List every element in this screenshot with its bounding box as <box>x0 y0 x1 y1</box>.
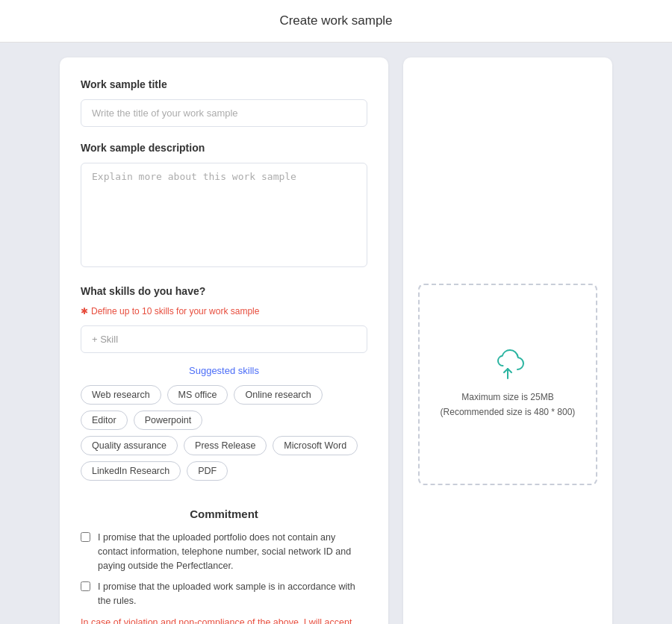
skill-online-research[interactable]: Online research <box>234 385 322 405</box>
skill-web-research[interactable]: Web research <box>81 385 161 405</box>
skill-ms-office[interactable]: MS office <box>167 385 228 405</box>
skill-linkedin-research[interactable]: LinkedIn Research <box>81 461 181 481</box>
skill-powerpoint[interactable]: Powerpoint <box>134 411 203 430</box>
suggested-skills-label: Suggested skills <box>81 365 367 376</box>
upload-max-size: Maximum size is 25MB (Recommended size i… <box>441 390 576 419</box>
commitment-row-2: I promise that the uploaded work sample … <box>81 580 367 608</box>
commitment-title: Commitment <box>81 508 367 520</box>
skill-press-release[interactable]: Press Release <box>184 436 267 455</box>
upload-panel: Maximum size is 25MB (Recommended size i… <box>403 57 612 624</box>
skills-row-1: Web research MS office Online research E… <box>81 385 367 430</box>
skill-editor[interactable]: Editor <box>81 411 128 430</box>
commitment-row-1: I promise that the uploaded portfolio do… <box>81 531 367 572</box>
skills-row-2: Quality assurance Press Release Microsof… <box>81 436 367 481</box>
commitment-text-1: I promise that the uploaded portfolio do… <box>98 531 367 572</box>
skill-pdf[interactable]: PDF <box>187 461 228 481</box>
skills-label: What skills do you have? <box>81 285 367 297</box>
commitment-checkbox-1[interactable] <box>81 532 90 542</box>
description-input[interactable] <box>81 163 367 267</box>
title-input[interactable] <box>81 99 367 127</box>
description-label: Work sample description <box>81 142 367 154</box>
commitment-text-2: I promise that the uploaded work sample … <box>98 580 367 608</box>
commitment-warning: In case of violation and non-compliance … <box>81 616 367 624</box>
upload-icon <box>489 349 526 383</box>
skill-input[interactable]: + Skill <box>81 325 367 353</box>
form-panel: Work sample title Work sample descriptio… <box>60 57 388 624</box>
upload-zone[interactable]: Maximum size is 25MB (Recommended size i… <box>418 284 597 485</box>
skill-quality-assurance[interactable]: Quality assurance <box>81 436 178 455</box>
page-title: Create work sample <box>0 0 672 43</box>
title-label: Work sample title <box>81 78 367 90</box>
skill-microsoft-word[interactable]: Microsoft Word <box>273 436 358 455</box>
skills-hint: ✱ Define up to 10 skills for your work s… <box>81 306 367 316</box>
commitment-checkbox-2[interactable] <box>81 581 90 591</box>
